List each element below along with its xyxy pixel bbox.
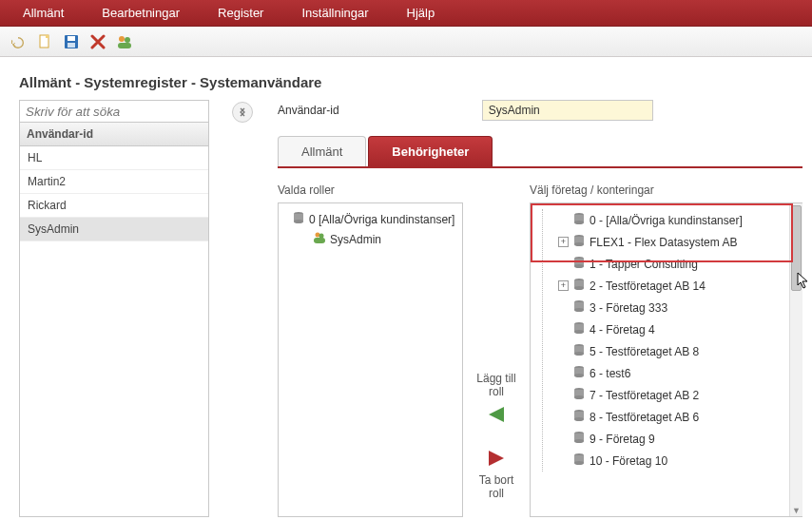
- database-icon: [572, 212, 586, 228]
- role-root-node[interactable]: 0 [Alla/Övriga kundinstanser]: [282, 209, 458, 229]
- company-row[interactable]: 6 - test6: [554, 362, 798, 384]
- tree-spacer: [558, 368, 569, 378]
- company-row[interactable]: 0 - [Alla/Övriga kundinstanser]: [554, 209, 798, 231]
- scroll-thumb[interactable]: [791, 205, 802, 291]
- user-row[interactable]: SysAdmin: [20, 218, 208, 241]
- tree-spacer: [558, 346, 569, 356]
- user-row[interactable]: Martin2: [20, 170, 208, 194]
- tree-spacer: [558, 215, 569, 225]
- svg-rect-13: [314, 238, 325, 243]
- company-row[interactable]: 4 - Företag 4: [554, 318, 798, 340]
- roles-tree[interactable]: 0 [Alla/Övriga kundinstanser] SysAdmin: [278, 202, 463, 517]
- company-label: 4 - Företag 4: [590, 323, 655, 337]
- save-icon[interactable]: [63, 33, 80, 50]
- users-icon[interactable]: [116, 33, 133, 50]
- people-icon: [313, 231, 326, 247]
- role-child-label: SysAdmin: [330, 233, 381, 246]
- content-area: Allmänt - Systemregister - Systemanvända…: [0, 57, 812, 520]
- user-list-body: HLMartin2RickardSysAdmin: [19, 146, 209, 517]
- company-row[interactable]: 5 - Testföretaget AB 8: [554, 340, 798, 362]
- tree-spacer: [558, 455, 569, 466]
- company-row[interactable]: 9 - Företag 9: [554, 428, 798, 450]
- database-icon: [572, 343, 586, 359]
- companies-tree[interactable]: 0 - [Alla/Övriga kundinstanser]+ FLEX1 -…: [530, 202, 802, 517]
- menu-allmant[interactable]: Allmänt: [4, 0, 83, 26]
- database-icon: [572, 387, 586, 403]
- user-list-header[interactable]: Användar-id: [19, 123, 209, 146]
- undo-icon[interactable]: [10, 33, 27, 50]
- roles-label: Valda roller: [278, 183, 463, 197]
- tab-allmant[interactable]: Allmänt: [278, 136, 366, 166]
- expand-icon[interactable]: +: [558, 237, 569, 247]
- database-icon: [572, 278, 586, 294]
- database-icon: [572, 234, 586, 250]
- user-row[interactable]: HL: [20, 146, 208, 170]
- company-row[interactable]: 10 - Företag 10: [554, 450, 798, 472]
- companies-label: Välj företag / konteringar: [530, 183, 802, 197]
- svg-point-33: [574, 330, 584, 334]
- company-row[interactable]: + 2 - Testföretaget AB 14: [554, 275, 798, 297]
- role-child-node[interactable]: SysAdmin: [303, 229, 458, 249]
- company-label: 10 - Företag 10: [590, 454, 667, 468]
- menu-register[interactable]: Register: [199, 0, 282, 26]
- svg-point-6: [125, 37, 130, 43]
- svg-point-36: [574, 352, 584, 356]
- database-icon: [572, 453, 586, 469]
- add-role-button[interactable]: [485, 405, 508, 424]
- company-label: 7 - Testföretaget AB 2: [590, 389, 699, 402]
- new-document-icon[interactable]: [36, 33, 53, 50]
- user-list-panel: Användar-id HLMartin2RickardSysAdmin: [19, 100, 209, 517]
- svg-point-18: [574, 221, 584, 224]
- database-icon: [572, 431, 586, 447]
- company-label: 1 - Tapper Consulting: [590, 258, 698, 271]
- svg-point-30: [574, 308, 584, 312]
- scrollbar[interactable]: ▲ ▼: [789, 203, 802, 516]
- company-label: 6 - test6: [590, 367, 630, 380]
- svg-point-12: [319, 234, 324, 239]
- remove-role-button[interactable]: [485, 449, 508, 468]
- user-id-label: Användar-id: [278, 104, 339, 117]
- detail-panel: Användar-id Allmänt Behörigheter Valda r…: [278, 100, 802, 517]
- user-row[interactable]: Rickard: [20, 194, 208, 218]
- toolbar: [0, 27, 812, 57]
- search-input[interactable]: [19, 100, 209, 123]
- company-row[interactable]: 7 - Testföretaget AB 2: [554, 384, 798, 406]
- svg-point-5: [119, 36, 125, 42]
- tree-spacer: [558, 390, 569, 400]
- svg-point-27: [574, 286, 584, 290]
- menu-hjalp[interactable]: Hjälp: [388, 0, 454, 26]
- database-icon: [572, 256, 586, 272]
- company-label: 0 - [Alla/Övriga kundinstanser]: [590, 214, 743, 227]
- user-id-field[interactable]: [482, 100, 653, 121]
- expand-icon[interactable]: +: [558, 280, 569, 291]
- company-row[interactable]: 3 - Företag 333: [554, 297, 798, 318]
- company-label: 3 - Företag 333: [590, 301, 667, 315]
- tree-spacer: [558, 259, 569, 269]
- company-label: FLEX1 - Flex Datasystem AB: [590, 236, 737, 249]
- tab-behorigheter[interactable]: Behörigheter: [368, 136, 493, 166]
- company-label: 9 - Företag 9: [590, 433, 655, 446]
- remove-role-label: Ta bort roll: [471, 473, 522, 501]
- tab-strip: Allmänt Behörigheter: [278, 136, 802, 168]
- company-label: 5 - Testföretaget AB 8: [590, 345, 699, 358]
- menu-installningar[interactable]: Inställningar: [282, 0, 387, 26]
- svg-point-51: [574, 461, 584, 465]
- svg-rect-7: [118, 43, 131, 48]
- company-label: 2 - Testföretaget AB 14: [590, 279, 706, 293]
- database-icon: [572, 409, 586, 425]
- tree-spacer: [558, 302, 569, 313]
- tree-spacer: [558, 433, 569, 444]
- collapse-panel-button[interactable]: [232, 102, 253, 123]
- company-row[interactable]: 1 - Tapper Consulting: [554, 253, 798, 275]
- svg-rect-1: [46, 35, 48, 38]
- scroll-down-icon[interactable]: ▼: [790, 505, 802, 516]
- company-row[interactable]: + FLEX1 - Flex Datasystem AB: [554, 231, 798, 253]
- svg-marker-14: [489, 407, 504, 422]
- svg-point-42: [574, 395, 584, 399]
- menu-bearbetningar[interactable]: Bearbetningar: [83, 0, 199, 26]
- svg-point-39: [574, 374, 584, 377]
- delete-icon[interactable]: [89, 33, 106, 50]
- company-row[interactable]: 8 - Testföretaget AB 6: [554, 406, 798, 428]
- svg-rect-4: [68, 43, 75, 48]
- svg-point-10: [294, 220, 303, 223]
